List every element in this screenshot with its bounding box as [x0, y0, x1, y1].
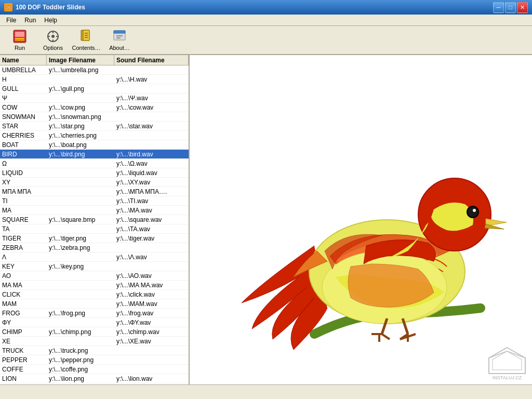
list-cell-name: Λ — [0, 252, 47, 261]
minimize-button[interactable]: ─ — [493, 2, 504, 13]
list-item[interactable]: ΧΕy:\...\ΧΕ.wav — [0, 337, 189, 346]
list-cell-name: GULL — [0, 84, 47, 93]
list-item[interactable]: STARy:\...\star.pngy:\...\star.wav — [0, 122, 189, 131]
list-cell-image — [47, 383, 114, 384]
list-cell-sound: y:\...\ΑΟ.wav — [114, 271, 189, 280]
list-cell-image: y:\...\coffe.png — [47, 365, 114, 374]
list-cell-name: ZEBRA — [0, 243, 47, 252]
svg-marker-28 — [493, 351, 522, 370]
list-item[interactable]: FROGy:\...\frog.pngy:\...\frog.wav — [0, 309, 189, 318]
list-item[interactable]: TRUCKy:\...\truck.png — [0, 346, 189, 355]
list-cell-sound — [114, 84, 189, 93]
list-cell-name: COFFE — [0, 365, 47, 374]
list-item[interactable]: ΤΑy:\...\ΤΑ.wav — [0, 224, 189, 234]
list-cell-sound — [114, 365, 189, 374]
list-item[interactable]: Ψy:\...\Ψ.wav — [0, 94, 189, 103]
list-cell-sound: y:\...\square.wav — [114, 215, 189, 224]
list-cell-name: ΜΠΑ ΜΠΑ — [0, 187, 47, 196]
list-item[interactable]: ΑΟy:\...\ΑΟ.wav — [0, 271, 189, 281]
list-cell-image — [47, 196, 114, 205]
svg-point-24 — [473, 209, 476, 212]
list-item[interactable]: Λy:\...\Λ.wav — [0, 252, 189, 262]
list-cell-image: y:\...\gull.png — [47, 84, 114, 93]
list-cell-sound — [114, 355, 189, 364]
close-button[interactable]: ✕ — [517, 2, 528, 13]
menu-run[interactable]: Run — [20, 16, 40, 25]
list-item[interactable]: GULLy:\...\gull.png — [0, 84, 189, 94]
list-panel: Name Image Filename Sound Filename UMBRE… — [0, 55, 190, 384]
list-item[interactable]: ZEBRAy:\...\zebra.png — [0, 243, 189, 252]
list-cell-sound — [114, 65, 189, 74]
list-cell-image: y:\...\key.png — [47, 262, 114, 271]
list-scroll[interactable]: UMBRELLAy:\...\umbrella.pngΗy:\...\Η.wav… — [0, 65, 189, 384]
window-controls: ─ □ ✕ — [493, 2, 528, 13]
run-button[interactable]: Run — [4, 28, 35, 52]
list-cell-sound — [114, 346, 189, 355]
list-cell-name: PEPPER — [0, 355, 47, 364]
list-item[interactable]: ΦΥy:\...\ΦΥ.wav — [0, 318, 189, 327]
list-item[interactable]: BIRDy:\...\bird.pngy:\...\bird.wav — [0, 150, 189, 159]
list-cell-sound: y:\...\Ω.wav — [114, 159, 189, 168]
list-item[interactable]: COWy:\...\cow.pngy:\...\cow.wav — [0, 103, 189, 112]
svg-rect-1 — [15, 32, 24, 37]
list-item[interactable]: LIQUIDy:\...\liquid.wav — [0, 168, 189, 178]
col-image: Image Filename — [47, 55, 114, 65]
svg-rect-2 — [15, 38, 24, 39]
list-item[interactable]: UMBRELLAy:\...\umbrella.png — [0, 65, 189, 75]
list-cell-name: CHERRIES — [0, 131, 47, 140]
list-cell-sound — [114, 140, 189, 149]
list-cell-name: FROG — [0, 309, 47, 317]
list-item[interactable]: SQUAREy:\...\square.bmpy:\...\square.wav — [0, 215, 189, 224]
list-item[interactable]: BOATy:\...\boat.png — [0, 140, 189, 150]
list-item[interactable]: Ηy:\...\Η.wav — [0, 75, 189, 84]
list-cell-sound: y:\...\frog.wav — [114, 309, 189, 317]
list-cell-sound: y:\...\ΧΕ.wav — [114, 337, 189, 345]
list-item[interactable]: ΜΠΑ ΜΠΑy:\...\ΜΠΑ ΜΠΑ…. — [0, 187, 189, 196]
svg-point-23 — [468, 207, 478, 217]
list-cell-name: Ψ — [0, 94, 47, 102]
list-item[interactable]: SNOWMANy:\...\snowman.png — [0, 112, 189, 122]
list-item[interactable]: ΜΑy:\...\ΜΑ.wav — [0, 206, 189, 215]
menu-help[interactable]: Help — [40, 16, 61, 25]
list-item[interactable]: COFFEy:\...\coffe.png — [0, 365, 189, 374]
list-item[interactable]: CLICKy:\...\click.wav — [0, 290, 189, 299]
list-cell-image — [47, 337, 114, 345]
bird-image — [210, 85, 512, 355]
options-button[interactable]: Options — [37, 28, 69, 52]
list-cell-image — [47, 281, 114, 289]
list-cell-image: y:\...\zebra.png — [47, 243, 114, 252]
list-cell-sound: y:\...\ΜΑΜ.wav — [114, 299, 189, 308]
maximize-button[interactable]: □ — [505, 2, 516, 13]
list-cell-sound — [114, 243, 189, 252]
list-item[interactable]: CHIMPy:\...\chimp.pngy:\...\chimp.wav — [0, 327, 189, 337]
list-cell-image: y:\...\lion.png — [47, 374, 114, 383]
list-item[interactable]: CHERRIESy:\...\cherries.png — [0, 131, 189, 140]
list-cell-image: y:\...\frog.png — [47, 309, 114, 317]
list-cell-image — [47, 187, 114, 196]
list-cell-image — [47, 252, 114, 261]
svg-point-5 — [51, 35, 55, 38]
list-item[interactable]: ΧΥy:\...\ΧΥ.wav — [0, 178, 189, 187]
list-item[interactable]: PEPPERy:\...\pepper.png — [0, 355, 189, 365]
list-item[interactable]: ΧΟy:\...\ΧΟ.wav — [0, 383, 189, 384]
contents-button[interactable]: Contents… — [71, 28, 102, 52]
menu-file[interactable]: File — [2, 16, 20, 25]
svg-rect-16 — [114, 31, 125, 33]
list-cell-sound: y:\...\tiger.wav — [114, 234, 189, 243]
list-item[interactable]: LIONy:\...\lion.pngy:\...\lion.wav — [0, 374, 189, 383]
list-cell-sound: y:\...\star.wav — [114, 122, 189, 130]
contents-icon — [79, 29, 94, 44]
list-item[interactable]: KEYy:\...\key.png — [0, 262, 189, 271]
list-item[interactable]: Ωy:\...\Ω.wav — [0, 159, 189, 168]
list-cell-sound: y:\...\chimp.wav — [114, 327, 189, 336]
list-cell-name: ΧΟ — [0, 383, 47, 384]
list-item[interactable]: ΜΑ ΜΑy:\...\ΜΑ ΜΑ.wav — [0, 281, 189, 290]
list-item[interactable]: ΤΙy:\...\ΤΙ.wav — [0, 196, 189, 206]
main-content: Name Image Filename Sound Filename UMBRE… — [0, 55, 532, 384]
list-cell-name: CHIMP — [0, 327, 47, 336]
list-item[interactable]: TIGERy:\...\tiger.pngy:\...\tiger.wav — [0, 234, 189, 243]
about-button[interactable]: About… — [104, 28, 135, 52]
watermark: INSTALUJ.CZ — [486, 345, 528, 380]
list-item[interactable]: ΜΑΜy:\...\ΜΑΜ.wav — [0, 299, 189, 309]
list-cell-sound — [114, 262, 189, 271]
